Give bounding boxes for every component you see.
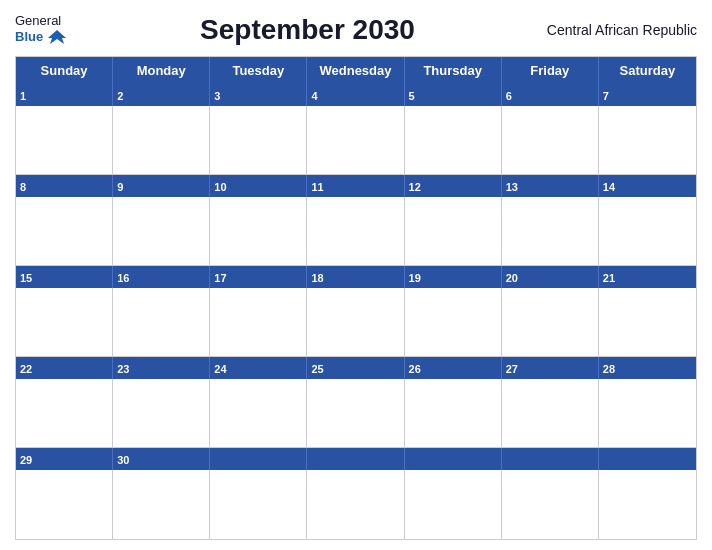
week-4-day-5: [405, 379, 502, 448]
week-4-num-row: 22 23 24 25 26 27 28: [16, 357, 696, 379]
month-title: September 2030: [68, 14, 547, 46]
day-empty-2-num: [307, 448, 404, 470]
week-3-num-row: 15 16 17 18 19 20 21: [16, 266, 696, 288]
day-19-num: 19: [405, 266, 502, 288]
week-1: 1 2 3 4 5 6 7: [16, 84, 696, 175]
calendar-header: General Blue September 2030 Central Afri…: [15, 10, 697, 50]
week-4-day-4: [307, 379, 404, 448]
day-18-num: 18: [307, 266, 404, 288]
week-3-day-6: [502, 288, 599, 357]
week-4-day-1: [16, 379, 113, 448]
week-4: 22 23 24 25 26 27 28: [16, 357, 696, 448]
day-25-num: 25: [307, 357, 404, 379]
week-3: 15 16 17 18 19 20 21: [16, 266, 696, 357]
header-tuesday: Tuesday: [210, 57, 307, 84]
week-3-day-3: [210, 288, 307, 357]
day-22-num: 22: [16, 357, 113, 379]
week-3-day-5: [405, 288, 502, 357]
week-4-day-3: [210, 379, 307, 448]
week-1-day-7: [599, 106, 696, 175]
day-14-num: 14: [599, 175, 696, 197]
day-13-num: 13: [502, 175, 599, 197]
header-saturday: Saturday: [599, 57, 696, 84]
week-2-day-2: [113, 197, 210, 266]
header-sunday: Sunday: [16, 57, 113, 84]
day-empty-1-num: [210, 448, 307, 470]
week-1-num-row: 1 2 3 4 5 6 7: [16, 84, 696, 106]
week-2-day-5: [405, 197, 502, 266]
logo-blue: Blue: [15, 30, 43, 44]
day-empty-5-num: [599, 448, 696, 470]
week-2-day-6: [502, 197, 599, 266]
week-2-day-7: [599, 197, 696, 266]
day-23-num: 23: [113, 357, 210, 379]
week-1-day-5: [405, 106, 502, 175]
day-20-num: 20: [502, 266, 599, 288]
week-3-body: [16, 288, 696, 357]
day-empty-4-num: [502, 448, 599, 470]
logo-text: General Blue: [15, 14, 68, 46]
day-21-num: 21: [599, 266, 696, 288]
week-2-day-3: [210, 197, 307, 266]
week-5-day-1: [16, 470, 113, 539]
logo-bird-icon: [46, 28, 68, 46]
week-4-day-7: [599, 379, 696, 448]
day-1-num: 1: [16, 84, 113, 106]
week-5-day-2: [113, 470, 210, 539]
day-empty-3-num: [405, 448, 502, 470]
logo-general: General: [15, 14, 68, 28]
week-4-day-6: [502, 379, 599, 448]
week-5-body: [16, 470, 696, 539]
week-1-day-1: [16, 106, 113, 175]
country-name: Central African Republic: [547, 22, 697, 38]
week-2-day-4: [307, 197, 404, 266]
header-monday: Monday: [113, 57, 210, 84]
day-7-num: 7: [599, 84, 696, 106]
week-4-body: [16, 379, 696, 448]
day-headers-row: Sunday Monday Tuesday Wednesday Thursday…: [16, 57, 696, 84]
day-5-num: 5: [405, 84, 502, 106]
day-15-num: 15: [16, 266, 113, 288]
calendar-body: 1 2 3 4 5 6 7 8 9 10: [16, 84, 696, 539]
week-5-num-row: 29 30: [16, 448, 696, 470]
day-4-num: 4: [307, 84, 404, 106]
day-11-num: 11: [307, 175, 404, 197]
week-5-day-5: [405, 470, 502, 539]
day-10-num: 10: [210, 175, 307, 197]
week-1-body: [16, 106, 696, 175]
day-3-num: 3: [210, 84, 307, 106]
logo: General Blue: [15, 14, 68, 46]
week-5-day-4: [307, 470, 404, 539]
day-27-num: 27: [502, 357, 599, 379]
svg-marker-0: [48, 30, 66, 44]
week-3-day-2: [113, 288, 210, 357]
day-8-num: 8: [16, 175, 113, 197]
header-friday: Friday: [502, 57, 599, 84]
week-5-day-7: [599, 470, 696, 539]
day-2-num: 2: [113, 84, 210, 106]
week-2-body: [16, 197, 696, 266]
week-5: 29 30: [16, 448, 696, 539]
week-4-day-2: [113, 379, 210, 448]
week-1-day-2: [113, 106, 210, 175]
day-9-num: 9: [113, 175, 210, 197]
day-6-num: 6: [502, 84, 599, 106]
week-3-day-7: [599, 288, 696, 357]
header-thursday: Thursday: [405, 57, 502, 84]
day-16-num: 16: [113, 266, 210, 288]
header-wednesday: Wednesday: [307, 57, 404, 84]
week-1-day-3: [210, 106, 307, 175]
week-5-day-3: [210, 470, 307, 539]
week-3-day-4: [307, 288, 404, 357]
day-17-num: 17: [210, 266, 307, 288]
week-3-day-1: [16, 288, 113, 357]
week-5-day-6: [502, 470, 599, 539]
week-2-day-1: [16, 197, 113, 266]
day-24-num: 24: [210, 357, 307, 379]
day-30-num: 30: [113, 448, 210, 470]
calendar: Sunday Monday Tuesday Wednesday Thursday…: [15, 56, 697, 540]
day-29-num: 29: [16, 448, 113, 470]
week-2: 8 9 10 11 12 13 14: [16, 175, 696, 266]
week-2-num-row: 8 9 10 11 12 13 14: [16, 175, 696, 197]
week-1-day-4: [307, 106, 404, 175]
